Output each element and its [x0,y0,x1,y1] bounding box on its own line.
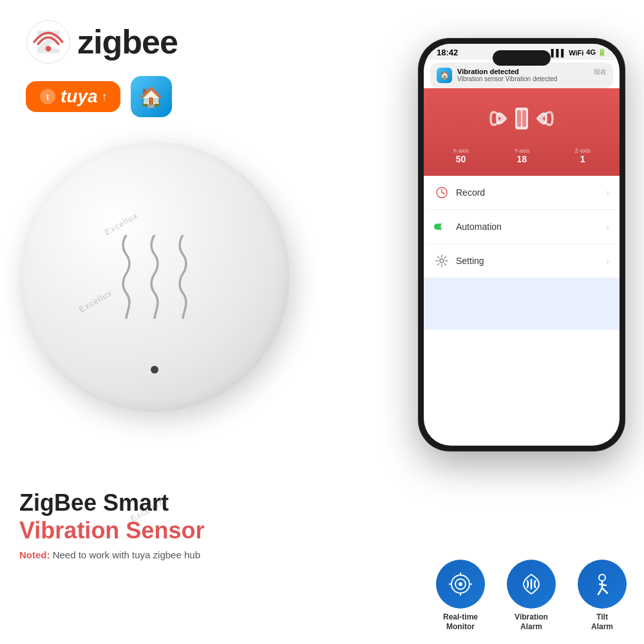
tilt-alarm-icon [589,571,615,597]
phone-inner: 18:42 ▌▌▌ WiFi 4G 🔋 🏠 Vibration detected… [424,44,620,446]
svg-point-10 [440,259,444,263]
zigbee-logo: zigbee [26,19,178,64]
notification-title: Vibration detected [457,68,589,75]
product-noted: Noted: Need to work with tuya zigbee hub [19,549,625,560]
zigbee-icon [26,19,71,64]
tuya-wifi-icon: ↑ [102,90,108,104]
feature-vibration: VibrationAlarm [502,560,560,631]
app-bottom-area [424,278,620,330]
record-label: Record [456,187,606,198]
sensor-dot [151,366,158,374]
home-icon: 🏠 [139,86,163,108]
phone-notification: 🏠 Vibration detected Vibration sensor Vi… [430,62,613,88]
tilt-icon-circle [578,560,627,609]
status-icons: ▌▌▌ WiFi 4G 🔋 [551,48,607,57]
tuya-text: tuya [61,86,98,107]
x-axis-label: X-axis [453,147,469,154]
product-title-line2: Vibration Sensor [19,517,204,544]
vibration-alarm-icon [518,571,544,597]
svg-point-18 [599,574,605,581]
y-axis-label: Y-axis [514,147,529,154]
feature-realtime-label: Real-timeMonitor [443,612,478,631]
vib-line-3 [175,235,191,319]
bottom-section: ZigBee Smart Vibration Sensor Noted: Nee… [19,489,625,560]
notification-content: Vibration detected Vibration sensor Vibr… [457,68,589,82]
automation-chevron: › [606,222,609,232]
vib-line-2 [146,235,163,319]
tuya-icon: t [39,88,57,106]
svg-point-13 [459,582,462,586]
signal-icon: ▌▌▌ [551,49,566,57]
vibration-icon-large [483,96,560,141]
wifi-icon: WiFi [569,49,583,57]
y-axis-item: Y-axis 18 [514,147,529,164]
phone-mockup: 18:42 ▌▌▌ WiFi 4G 🔋 🏠 Vibration detected… [419,39,625,451]
status-time: 18:42 [437,48,458,57]
axis-values: X-axis 50 Y-axis 18 Z-axis 1 [424,145,620,167]
menu-item-record[interactable]: Record › [424,176,620,210]
phone-outer: 18:42 ▌▌▌ WiFi 4G 🔋 🏠 Vibration detected… [419,39,625,451]
menu-item-setting[interactable]: Setting › [424,244,620,278]
vibration-icon-circle [507,560,556,609]
record-icon [434,185,450,200]
sensor-circle [19,142,290,412]
y-axis-value: 18 [514,154,529,164]
features-row: Real-timeMonitor VibrationAlarm TiltAlar… [431,560,631,631]
feature-realtime: Real-timeMonitor [431,560,489,631]
record-chevron: › [606,187,609,198]
setting-icon [434,253,450,269]
automation-icon [434,219,450,234]
noted-label: Noted: [19,549,53,560]
vibration-lines [118,235,191,319]
app-vibration-area: X-axis 50 Y-axis 18 Z-axis 1 [424,88,620,176]
notification-icon: 🏠 [437,68,452,83]
realtime-icon [448,571,473,597]
vibration-sensor-graphic [483,96,560,141]
noted-text: Need to work with tuya zigbee hub [53,549,200,560]
home-badge: 🏠 [131,76,172,117]
sensor-device [19,142,303,425]
svg-point-9 [440,223,448,230]
logos-area: zigbee t tuya ↑ 🏠 [26,19,178,117]
vib-line-1 [118,235,135,319]
feature-vibration-label: VibrationAlarm [515,612,548,631]
tuya-badge: t tuya ↑ [26,81,120,112]
svg-rect-5 [517,110,521,127]
svg-point-1 [46,46,52,52]
svg-text:t: t [46,93,49,102]
menu-item-automation[interactable]: Automation › [424,210,620,244]
feature-tilt: TiltAlarm [573,560,631,631]
realtime-icon-circle [436,560,485,609]
dynamic-island [493,50,551,66]
brand-logos: t tuya ↑ 🏠 [26,76,178,117]
feature-tilt-label: TiltAlarm [591,612,613,631]
app-menu: Record › Automation › [424,176,620,330]
automation-label: Automation [456,222,606,232]
svg-rect-6 [522,110,526,127]
x-axis-item: X-axis 50 [453,147,469,164]
battery-icon: 4G 🔋 [586,48,607,57]
z-axis-label: Z-axis [574,147,591,154]
setting-label: Setting [456,256,606,266]
product-title: ZigBee Smart Vibration Sensor [19,489,625,544]
z-axis-value: 1 [574,154,591,164]
z-axis-item: Z-axis 1 [574,147,591,164]
notification-description: Vibration sensor Vibration detected [457,75,589,82]
product-title-line1: ZigBee Smart [19,489,169,516]
zigbee-text: zigbee [77,23,178,61]
setting-chevron: › [606,256,609,266]
notification-time: 现在 [594,68,607,77]
x-axis-value: 50 [453,154,469,164]
